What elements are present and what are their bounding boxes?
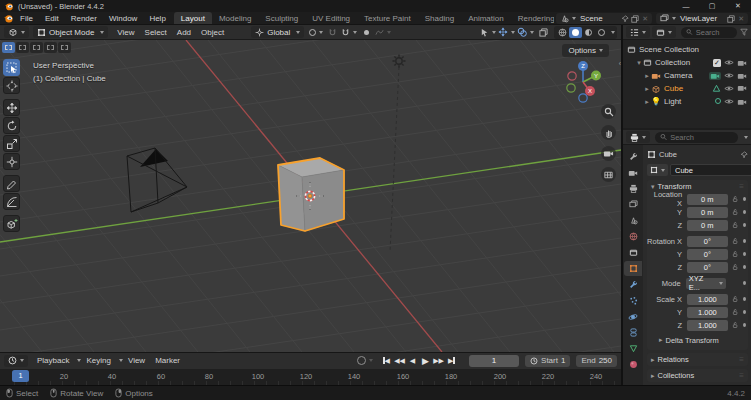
viewlayer-name[interactable]: ViewLayer (680, 14, 717, 23)
camera-view-button[interactable] (601, 146, 616, 161)
mode-selector[interactable]: Object Mode (33, 26, 108, 38)
hide-eye-icon[interactable] (724, 72, 734, 79)
panel-grip-icon[interactable]: ≡ (739, 355, 744, 364)
menu-view-timeline[interactable]: View (123, 356, 150, 365)
pivot-point-selector[interactable] (309, 26, 323, 38)
tab-sculpting[interactable]: Sculpting (258, 12, 305, 24)
lock-icon[interactable] (732, 295, 738, 303)
object-type-button[interactable] (647, 164, 668, 176)
tool-measure[interactable] (3, 193, 20, 210)
keyframe-dot[interactable] (743, 197, 746, 201)
tab-render[interactable] (624, 165, 642, 180)
blender-menu-icon[interactable] (3, 14, 14, 23)
viewport-3d[interactable]: User Perspective (1) Collection | Cube O… (0, 40, 621, 352)
jump-to-start-button[interactable]: ◀ (381, 355, 392, 366)
auto-keying-toggle[interactable] (357, 356, 366, 365)
menu-keying[interactable]: Keying (81, 356, 115, 365)
play-reverse-button[interactable]: ◀ (407, 355, 418, 366)
keyframe-dot[interactable] (743, 252, 746, 256)
object-name-input[interactable] (670, 164, 751, 176)
menu-file[interactable]: File (14, 14, 39, 23)
outliner-row-camera[interactable]: ▸ Camera (627, 69, 749, 82)
lock-icon[interactable] (732, 237, 738, 245)
outliner-search[interactable] (681, 27, 737, 38)
select-mode-subtract[interactable] (30, 42, 43, 53)
delta-transform-subpanel[interactable]: ▸ Delta Transform (647, 334, 746, 346)
value-field[interactable]: 0° (687, 262, 728, 273)
render-visibility-icon[interactable] (737, 59, 747, 67)
snap-settings[interactable] (341, 26, 357, 38)
shading-material-button[interactable] (582, 27, 595, 38)
tab-texture-paint[interactable]: Texture Paint (357, 12, 418, 24)
tab-animation[interactable]: Animation (461, 12, 511, 24)
scene-selector[interactable]: Scene ✕ (556, 13, 652, 24)
proportional-editing-toggle[interactable] (359, 26, 373, 38)
proportional-falloff[interactable] (375, 26, 391, 38)
menu-marker[interactable]: Marker (150, 356, 185, 365)
tab-collection[interactable] (624, 245, 642, 260)
editor-type-selector[interactable] (4, 26, 29, 38)
lock-icon[interactable] (732, 250, 738, 258)
properties-search[interactable] (655, 132, 738, 143)
outliner-row-cube[interactable]: ▸ Cube (627, 82, 749, 95)
menu-playback[interactable]: Playback (32, 356, 74, 365)
shading-wireframe-button[interactable] (556, 27, 569, 38)
panel-grip-icon[interactable]: ≡ (739, 371, 744, 380)
frame-start-field[interactable]: Start 1 (525, 355, 570, 367)
value-field[interactable]: 0 m (687, 194, 728, 205)
tab-rendering[interactable]: Rendering (511, 12, 554, 24)
current-frame-field[interactable]: 1 (469, 355, 519, 367)
tool-rotate[interactable] (3, 117, 20, 134)
lock-icon[interactable] (732, 195, 738, 203)
ortho-toggle-button[interactable] (601, 167, 616, 182)
menu-edit[interactable]: Edit (39, 14, 65, 23)
filter-icon[interactable] (740, 28, 748, 36)
tab-uv-editing[interactable]: UV Editing (305, 12, 357, 24)
select-mode-extend[interactable] (16, 42, 29, 53)
minimize-button[interactable]: — (673, 0, 699, 12)
keyframe-dot[interactable] (743, 323, 746, 327)
tool-cursor[interactable] (3, 77, 20, 94)
show-overlays-toggle[interactable] (517, 26, 534, 38)
collections-panel[interactable]: ▸ Collections ≡ (647, 369, 748, 382)
menu-window[interactable]: Window (103, 14, 143, 23)
mesh-data-icon[interactable] (712, 84, 721, 93)
outliner-editor-selector[interactable] (626, 26, 650, 38)
hide-eye-icon[interactable] (724, 98, 734, 105)
options-dropdown[interactable]: Options (562, 44, 609, 57)
light-data-icon[interactable] (715, 97, 721, 106)
breadcrumb-object[interactable]: Cube (659, 150, 677, 159)
next-keyframe-button[interactable]: ▶▶ (433, 355, 444, 366)
render-visibility-icon[interactable] (737, 98, 747, 106)
menu-object[interactable]: Object (196, 28, 229, 37)
zoom-button[interactable] (601, 104, 616, 119)
value-field[interactable]: 0° (687, 236, 728, 247)
timeline-editor-selector[interactable] (4, 355, 28, 367)
tab-world[interactable] (624, 229, 642, 244)
tab-view-layer[interactable] (624, 197, 642, 212)
xray-toggle[interactable] (536, 26, 550, 38)
playhead[interactable]: 1 (12, 370, 29, 382)
menu-help[interactable]: Help (143, 14, 171, 23)
tab-shading[interactable]: Shading (418, 12, 461, 24)
outliner-display-mode[interactable] (652, 26, 676, 38)
tab-modifiers[interactable] (624, 277, 642, 292)
rotation-mode-dropdown[interactable]: XYZ E... (686, 278, 726, 289)
tab-output[interactable] (624, 181, 642, 196)
tab-particles[interactable] (624, 293, 642, 308)
scene-name[interactable]: Scene (580, 14, 603, 23)
pin-icon[interactable] (621, 15, 629, 23)
expand-arrow-icon[interactable]: ▸ (643, 85, 651, 93)
expand-arrow-icon[interactable]: ▸ (643, 72, 651, 80)
value-field[interactable]: 1.000 (687, 307, 728, 318)
value-field[interactable]: 0° (687, 249, 728, 260)
properties-editor-selector[interactable] (626, 131, 650, 143)
pan-button[interactable] (601, 125, 616, 140)
keyframe-dot[interactable] (743, 281, 746, 285)
frame-end-field[interactable]: End 250 (576, 355, 617, 367)
tool-annotate[interactable] (3, 175, 20, 192)
outliner-row-scene-collection[interactable]: Scene Collection (627, 43, 749, 56)
keyframe-dot[interactable] (743, 297, 746, 301)
shading-solid-button[interactable] (569, 27, 582, 38)
object-type-visibility[interactable] (480, 26, 496, 38)
